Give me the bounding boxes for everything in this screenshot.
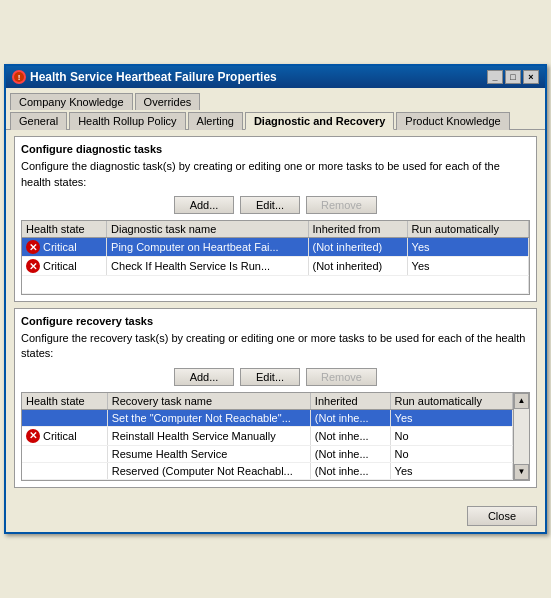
bottom-tab-row: General Health Rollup Policy Alerting Di… <box>6 109 545 130</box>
tab-company-knowledge[interactable]: Company Knowledge <box>10 93 133 110</box>
cell-state-r <box>22 445 107 462</box>
close-window-button[interactable]: × <box>523 70 539 84</box>
recovery-remove-button[interactable]: Remove <box>306 368 377 386</box>
cell-state: ✕ Critical <box>22 238 107 257</box>
window-title: Health Service Heartbeat Failure Propert… <box>30 70 277 84</box>
col-recovery-task: Recovery task name <box>107 393 310 410</box>
col-health-state-r: Health state <box>22 393 107 410</box>
tab-general[interactable]: General <box>10 112 67 130</box>
footer: Close <box>6 502 545 532</box>
close-button[interactable]: Close <box>467 506 537 526</box>
error-icon: ✕ <box>26 259 40 273</box>
diagnostic-desc: Configure the diagnostic task(s) by crea… <box>21 159 530 190</box>
maximize-button[interactable]: □ <box>505 70 521 84</box>
tab-overrides[interactable]: Overrides <box>135 93 201 110</box>
col-run-auto: Run automatically <box>407 221 528 238</box>
title-bar-left: ! Health Service Heartbeat Failure Prope… <box>12 70 277 84</box>
cell-run-r: No <box>390 426 512 445</box>
recovery-table: Health state Recovery task name Inherite… <box>22 393 513 480</box>
table-row[interactable]: ✕ Critical Check If Health Service Is Ru… <box>22 257 529 276</box>
cell-run: Yes <box>407 238 528 257</box>
scrollbar[interactable]: ▲ ▼ <box>513 393 529 480</box>
cell-run-r: Yes <box>390 462 512 479</box>
cell-inherited-r: (Not inhe... <box>310 426 390 445</box>
error-icon: ✕ <box>26 240 40 254</box>
window-icon: ! <box>12 70 26 84</box>
cell-task-r: Set the "Computer Not Reachable"... <box>107 409 310 426</box>
tab-product-knowledge[interactable]: Product Knowledge <box>396 112 509 130</box>
scroll-track <box>514 409 529 464</box>
col-task-name: Diagnostic task name <box>107 221 308 238</box>
diagnostic-remove-button[interactable]: Remove <box>306 196 377 214</box>
top-tab-row: Company Knowledge Overrides <box>6 88 545 109</box>
main-window: ! Health Service Heartbeat Failure Prope… <box>4 64 547 534</box>
table-row[interactable]: Set the "Computer Not Reachable"... (Not… <box>22 409 513 426</box>
cell-state-r: ✕ Critical <box>22 426 107 445</box>
cell-task-r: Reinstall Health Service Manually <box>107 426 310 445</box>
cell-task: Check If Health Service Is Run... <box>107 257 308 276</box>
scroll-up-button[interactable]: ▲ <box>514 393 529 409</box>
recovery-edit-button[interactable]: Edit... <box>240 368 300 386</box>
scroll-down-button[interactable]: ▼ <box>514 464 529 480</box>
title-bar: ! Health Service Heartbeat Failure Prope… <box>6 66 545 88</box>
table-row[interactable]: Reserved (Computer Not Reachabl... (Not … <box>22 462 513 479</box>
recovery-title: Configure recovery tasks <box>21 315 530 327</box>
tab-content: Configure diagnostic tasks Configure the… <box>6 130 545 502</box>
minimize-button[interactable]: _ <box>487 70 503 84</box>
table-row[interactable]: Resume Health Service (Not inhe... No <box>22 445 513 462</box>
diagnostic-table: Health state Diagnostic task name Inheri… <box>22 221 529 294</box>
table-row[interactable]: ✕ Critical Reinstall Health Service Manu… <box>22 426 513 445</box>
tab-alerting[interactable]: Alerting <box>188 112 243 130</box>
recovery-btn-row: Add... Edit... Remove <box>21 368 530 386</box>
cell-task-r: Reserved (Computer Not Reachabl... <box>107 462 310 479</box>
table-row[interactable]: ✕ Critical Ping Computer on Heartbeat Fa… <box>22 238 529 257</box>
diagnostic-title: Configure diagnostic tasks <box>21 143 530 155</box>
recovery-section: Configure recovery tasks Configure the r… <box>14 308 537 488</box>
tab-diagnostic-recovery[interactable]: Diagnostic and Recovery <box>245 112 394 130</box>
cell-run-r: No <box>390 445 512 462</box>
cell-task: Ping Computer on Heartbeat Fai... <box>107 238 308 257</box>
svg-text:!: ! <box>18 73 21 82</box>
cell-task-r: Resume Health Service <box>107 445 310 462</box>
cell-state: ✕ Critical <box>22 257 107 276</box>
diagnostic-table-container: Health state Diagnostic task name Inheri… <box>21 220 530 295</box>
diagnostic-btn-row: Add... Edit... Remove <box>21 196 530 214</box>
recovery-desc: Configure the recovery task(s) by creati… <box>21 331 530 362</box>
col-inherited-r: Inherited <box>310 393 390 410</box>
cell-run-r: Yes <box>390 409 512 426</box>
title-controls: _ □ × <box>487 70 539 84</box>
table-row[interactable] <box>22 276 529 294</box>
col-inherited-from: Inherited from <box>308 221 407 238</box>
cell-state-r <box>22 409 107 426</box>
diagnostic-edit-button[interactable]: Edit... <box>240 196 300 214</box>
diagnostic-add-button[interactable]: Add... <box>174 196 234 214</box>
cell-inherited-r: (Not inhe... <box>310 445 390 462</box>
cell-inherited: (Not inherited) <box>308 238 407 257</box>
cell-inherited-r: (Not inhe... <box>310 462 390 479</box>
recovery-add-button[interactable]: Add... <box>174 368 234 386</box>
error-icon: ✕ <box>26 429 40 443</box>
col-health-state: Health state <box>22 221 107 238</box>
cell-inherited-r: (Not inhe... <box>310 409 390 426</box>
cell-state-r <box>22 462 107 479</box>
cell-inherited: (Not inherited) <box>308 257 407 276</box>
diagnostic-section: Configure diagnostic tasks Configure the… <box>14 136 537 302</box>
col-run-auto-r: Run automatically <box>390 393 512 410</box>
tab-health-rollup-policy[interactable]: Health Rollup Policy <box>69 112 185 130</box>
cell-run: Yes <box>407 257 528 276</box>
recovery-table-container: Health state Recovery task name Inherite… <box>21 392 530 481</box>
